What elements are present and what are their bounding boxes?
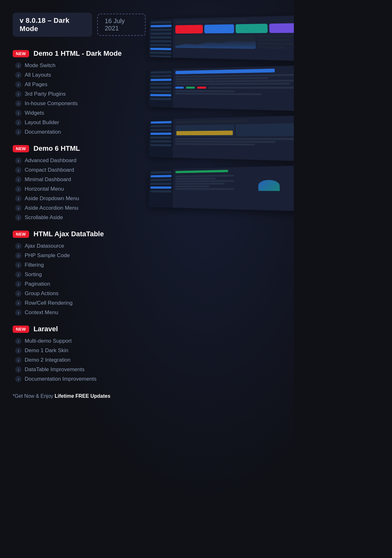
menu-item-laravel-4[interactable]: Documentation Improvements [13, 374, 146, 384]
menu-item-demo1-0[interactable]: Mode Switch [13, 61, 146, 70]
menu-item-label-demo1-6: Layout Builder [25, 119, 59, 126]
chevron-icon-demo1-4 [15, 100, 22, 107]
section-title-demo1: Demo 1 HTML - Dark Mode [34, 49, 122, 58]
sections-container: NewDemo 1 HTML - Dark ModeMode SwitchAll… [13, 49, 146, 384]
menu-item-demo1-6[interactable]: Layout Builder [13, 118, 146, 127]
menu-item-label-laravel-2: Demo 2 Integration [25, 357, 71, 363]
mock-sidebar-3 [149, 119, 173, 158]
menu-item-label-demo1-1: All Layouts [25, 72, 51, 78]
chevron-icon-demo1-1 [15, 72, 22, 78]
menu-item-laravel-2[interactable]: Demo 2 Integration [13, 355, 146, 365]
section-group-laravel: NewLaravelMulti-demo SupportDemo 1 Dark … [13, 325, 146, 384]
menu-item-demo6-2[interactable]: Minimal Dashboard [13, 175, 146, 184]
section-header-laravel: NewLaravel [13, 325, 146, 333]
chevron-icon-laravel-3 [15, 366, 22, 373]
section-title-demo6: Demo 6 HTML [34, 144, 80, 153]
menu-item-label-demo1-3: 3rd Party Plugins [25, 91, 66, 97]
menu-item-demo6-3[interactable]: Horizontal Menu [13, 184, 146, 194]
menu-item-datatable-6[interactable]: Row/Cell Rendering [13, 298, 146, 308]
chevron-icon-demo6-6 [15, 214, 22, 221]
chevron-icon-laravel-2 [15, 357, 22, 363]
menu-item-label-datatable-3: Sorting [25, 271, 42, 278]
menu-item-demo1-3[interactable]: 3rd Party Plugins [13, 89, 146, 99]
menu-item-label-demo6-5: Aside Accordion Menu [25, 205, 78, 211]
right-panel [155, 13, 281, 399]
new-badge-demo6: New [13, 145, 29, 152]
chevron-icon-demo1-5 [15, 110, 22, 116]
chevron-icon-demo1-0 [15, 62, 22, 69]
chevron-icon-demo6-1 [15, 167, 22, 173]
menu-item-datatable-5[interactable]: Group Actions [13, 289, 146, 298]
screenshots-container [149, 10, 294, 216]
menu-item-datatable-3[interactable]: Sorting [13, 270, 146, 279]
chevron-icon-datatable-2 [15, 262, 22, 268]
menu-item-label-datatable-6: Row/Cell Rendering [25, 300, 73, 306]
menu-item-demo1-7[interactable]: Documentation [13, 127, 146, 137]
chevron-icon-laravel-4 [15, 376, 22, 382]
mock-sidebar-1 [149, 19, 173, 58]
menu-item-demo1-1[interactable]: All Layouts [13, 70, 146, 80]
new-badge-laravel: New [13, 326, 29, 333]
menu-item-label-demo6-1: Compact Dashboard [25, 167, 74, 173]
menu-item-label-datatable-0: Ajax Datasource [25, 243, 64, 249]
chevron-icon-datatable-3 [15, 271, 22, 278]
mock-main-4 [173, 165, 294, 211]
chevron-icon-datatable-0 [15, 243, 22, 249]
chevron-icon-datatable-5 [15, 290, 22, 297]
menu-item-datatable-4[interactable]: Pagination [13, 279, 146, 289]
menu-item-demo6-0[interactable]: Advanced Dashboard [13, 156, 146, 165]
menu-item-label-demo1-2: All Pages [25, 81, 47, 88]
menu-item-datatable-7[interactable]: Context Menu [13, 308, 146, 317]
section-title-laravel: Laravel [34, 325, 58, 333]
mock-main-3 [173, 115, 294, 161]
menu-item-demo6-5[interactable]: Aside Accordion Menu [13, 203, 146, 213]
menu-items-laravel: Multi-demo SupportDemo 1 Dark SkinDemo 2… [13, 336, 146, 384]
section-title-datatable: HTML Ajax DataTable [34, 230, 104, 238]
chevron-icon-laravel-0 [15, 338, 22, 344]
menu-item-label-laravel-3: DataTable Improvements [25, 366, 85, 373]
menu-item-datatable-0[interactable]: Ajax Datasource [13, 241, 146, 251]
menu-item-demo1-5[interactable]: Widgets [13, 108, 146, 118]
chevron-icon-demo1-7 [15, 129, 22, 135]
chevron-icon-demo1-2 [15, 81, 22, 88]
chevron-icon-demo6-2 [15, 176, 22, 183]
menu-item-label-datatable-5: Group Actions [25, 290, 59, 297]
menu-item-demo6-4[interactable]: Aside Dropdown Menu [13, 194, 146, 203]
menu-items-demo6: Advanced DashboardCompact DashboardMinim… [13, 156, 146, 222]
chevron-icon-datatable-1 [15, 252, 22, 259]
new-badge-datatable: New [13, 231, 29, 238]
screenshot-card-2 [149, 65, 294, 111]
screenshot-mock-4 [149, 165, 294, 211]
footer-highlight: Lifetime FREE Updates [55, 393, 111, 399]
menu-item-laravel-0[interactable]: Multi-demo Support [13, 336, 146, 346]
menu-item-label-datatable-1: PHP Sample Code [25, 252, 70, 259]
menu-item-demo6-1[interactable]: Compact Dashboard [13, 165, 146, 175]
menu-item-laravel-1[interactable]: Demo 1 Dark Skin [13, 346, 146, 355]
new-badge-demo1: New [13, 50, 29, 57]
mock-main-2 [173, 65, 294, 111]
menu-item-laravel-3[interactable]: DataTable Improvements [13, 365, 146, 374]
chevron-icon-datatable-6 [15, 300, 22, 306]
chevron-icon-demo6-5 [15, 205, 22, 211]
menu-item-demo1-4[interactable]: In-house Components [13, 99, 146, 108]
menu-item-datatable-1[interactable]: PHP Sample Code [13, 251, 146, 260]
mock-sidebar-2 [149, 69, 173, 108]
menu-item-label-datatable-7: Context Menu [25, 309, 58, 316]
menu-item-label-demo6-2: Minimal Dashboard [25, 176, 71, 183]
version-badge: v 8.0.18 – Dark Mode [13, 13, 92, 37]
section-header-datatable: NewHTML Ajax DataTable [13, 230, 146, 238]
mock-main-1 [173, 15, 294, 61]
screenshot-card-3 [149, 115, 294, 161]
menu-item-demo1-2[interactable]: All Pages [13, 80, 146, 89]
chevron-icon-laravel-1 [15, 347, 22, 354]
menu-items-datatable: Ajax DatasourcePHP Sample CodeFilteringS… [13, 241, 146, 317]
chevron-icon-demo6-3 [15, 186, 22, 192]
menu-item-label-demo1-5: Widgets [25, 110, 44, 116]
chevron-icon-demo6-0 [15, 157, 22, 164]
menu-item-datatable-2[interactable]: Filtering [13, 260, 146, 270]
section-header-demo1: NewDemo 1 HTML - Dark Mode [13, 49, 146, 58]
menu-item-demo6-6[interactable]: Scrollable Aside [13, 213, 146, 222]
date-badge: 16 July 2021 [97, 14, 146, 36]
menu-item-label-demo6-6: Scrollable Aside [25, 214, 63, 221]
footer-static: *Get Now & Enjoy [13, 393, 55, 399]
